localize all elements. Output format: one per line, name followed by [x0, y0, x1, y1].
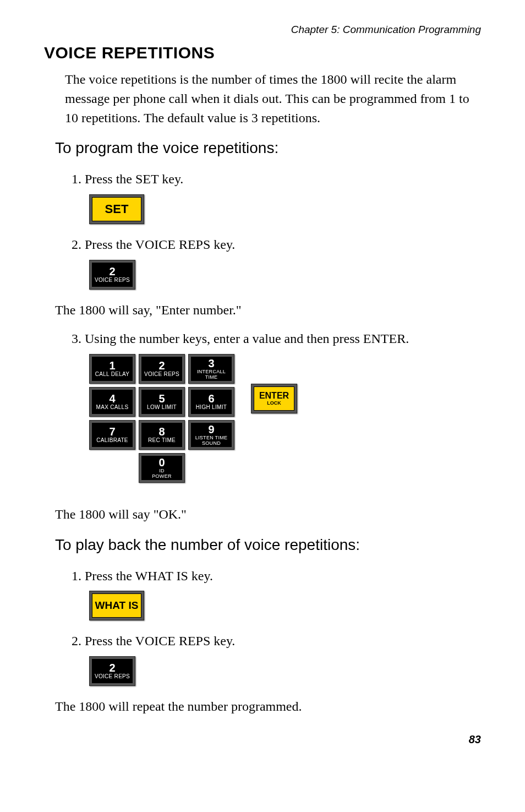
key-0: 0ID POWER	[139, 453, 185, 483]
page-number: 83	[44, 732, 481, 748]
section-title: VOICE REPETITIONS	[44, 41, 481, 65]
set-key-image: SET	[89, 194, 481, 224]
enter-key-face: ENTER LOCK	[254, 386, 294, 411]
key-label: MAX CALLS	[96, 405, 129, 411]
key-4: 4MAX CALLS	[89, 387, 135, 417]
keypad-row-4: 0ID POWER	[89, 453, 234, 483]
key-label: INTERCALL TIME	[192, 369, 231, 380]
key-label: REC TIME	[148, 438, 176, 444]
response-ok: The 1800 will say "OK."	[55, 505, 481, 524]
key-label: VOICE REPS	[95, 277, 130, 284]
key-5: 5LOW LIMIT	[139, 387, 185, 417]
key-2: 2VOICE REPS	[139, 354, 185, 384]
voice-reps-key-face-2: 2 VOICE REPS	[92, 659, 133, 683]
key-label: CALL DELAY	[95, 372, 129, 378]
key-label: ID POWER	[152, 468, 172, 479]
subheading-program: To program the voice repetitions:	[55, 137, 481, 160]
what-is-key-image: WHAT IS	[89, 591, 481, 620]
voice-reps-key-face: 2 VOICE REPS	[92, 263, 133, 287]
key-number: 1	[109, 360, 115, 372]
key-3: 3INTERCALL TIME	[188, 354, 234, 384]
key-number: 3	[208, 358, 214, 369]
key-number: 2	[109, 266, 115, 277]
enter-sub-label: LOCK	[267, 401, 281, 406]
enter-main-label: ENTER	[259, 391, 289, 401]
key-label: VOICE REPS	[144, 372, 179, 378]
what-is-key-button: WHAT IS	[89, 591, 144, 620]
key-number: 0	[158, 457, 165, 468]
key-number: 6	[208, 393, 214, 405]
subheading-playback: To play back the number of voice repetit…	[55, 534, 481, 557]
playback-response: The 1800 will repeat the number programm…	[55, 697, 481, 716]
key-number: 5	[158, 393, 165, 405]
numeric-keypad-image: 1CALL DELAY 2VOICE REPS 3INTERCALL TIME …	[89, 354, 481, 486]
step-2: 2. Press the VOICE REPS key.	[72, 235, 481, 254]
key-number: 2	[109, 662, 115, 674]
voice-reps-key-button-2: 2 VOICE REPS	[89, 656, 135, 686]
key-1: 1CALL DELAY	[89, 354, 135, 384]
key-number: 8	[158, 426, 165, 438]
step-1: 1. Press the SET key.	[72, 170, 481, 189]
voice-reps-key-button: 2 VOICE REPS	[89, 260, 135, 290]
chapter-header: Chapter 5: Communication Programming	[44, 22, 481, 37]
playback-step-1: 1. Press the WHAT IS key.	[72, 566, 481, 586]
key-number: 9	[208, 424, 214, 435]
prompt-enter-number: The 1800 will say, "Enter number."	[55, 301, 481, 320]
key-7: 7CALIBRATE	[89, 420, 135, 450]
set-key-face: SET	[92, 197, 141, 221]
voice-reps-key-image-2: 2 VOICE REPS	[89, 656, 481, 686]
what-is-key-face: WHAT IS	[92, 593, 141, 618]
key-label: LOW LIMIT	[147, 405, 177, 411]
key-number: 7	[109, 426, 115, 438]
keypad-grid: 1CALL DELAY 2VOICE REPS 3INTERCALL TIME …	[89, 354, 234, 486]
keypad-row-3: 7CALIBRATE 8REC TIME 9LISTEN TIME SOUND	[89, 420, 234, 450]
key-label: CALIBRATE	[96, 438, 128, 444]
key-9: 9LISTEN TIME SOUND	[188, 420, 234, 450]
playback-step-2: 2. Press the VOICE REPS key.	[72, 631, 481, 651]
keypad-row-2: 4MAX CALLS 5LOW LIMIT 6HIGH LIMIT	[89, 387, 234, 417]
intro-paragraph: The voice repetitions is the number of t…	[65, 70, 481, 127]
enter-key-button: ENTER LOCK	[251, 384, 297, 413]
keypad-row-1: 1CALL DELAY 2VOICE REPS 3INTERCALL TIME	[89, 354, 234, 384]
key-label: LISTEN TIME SOUND	[195, 435, 228, 446]
key-6: 6HIGH LIMIT	[188, 387, 234, 417]
key-8: 8REC TIME	[139, 420, 185, 450]
key-label: HIGH LIMIT	[196, 405, 227, 411]
enter-key-wrap: ENTER LOCK	[251, 384, 297, 413]
voice-reps-key-image-1: 2 VOICE REPS	[89, 260, 481, 290]
key-number: 4	[109, 393, 115, 405]
key-number: 2	[158, 360, 165, 372]
key-label: VOICE REPS	[95, 674, 130, 680]
step-3: 3. Using the number keys, enter a value …	[72, 329, 481, 348]
set-key-button: SET	[89, 194, 144, 224]
